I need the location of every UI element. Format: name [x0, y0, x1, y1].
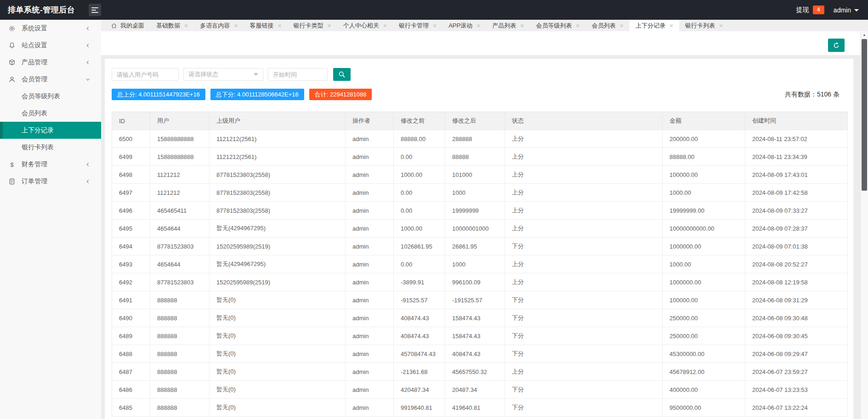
tab-label: 我的桌面 [120, 22, 144, 30]
user-icon [8, 76, 16, 83]
sidebar-item-label: 产品管理 [22, 58, 47, 67]
table-cell: 6494 [112, 238, 150, 255]
close-icon[interactable]: × [477, 23, 480, 29]
close-icon[interactable]: × [620, 23, 624, 29]
sidebar-item-label: 站点设置 [22, 41, 47, 50]
tab[interactable]: 上下分记录× [630, 20, 679, 31]
close-icon[interactable]: × [576, 23, 580, 29]
table-cell: 1121212(2561) [210, 148, 346, 166]
sidebar-item[interactable]: 产品管理 [0, 54, 101, 71]
scroll-up-arrow-icon[interactable]: ▲ [861, 31, 868, 39]
table-cell: admin [346, 184, 394, 202]
table-cell: 暂无(4294967295) [210, 255, 346, 273]
close-icon[interactable]: × [234, 23, 238, 29]
table-row: 6490888888暂无(0)admin408474.43158474.43下分… [112, 309, 848, 327]
tab[interactable]: 基础数据× [150, 20, 194, 31]
table-cell: 101000 [445, 166, 505, 184]
sidebar-item[interactable]: 站点设置 [0, 37, 101, 54]
close-icon[interactable]: × [719, 23, 723, 29]
close-icon[interactable]: × [328, 23, 331, 29]
close-icon[interactable]: × [669, 23, 673, 29]
table-cell: 1026861.95 [394, 238, 445, 255]
tab[interactable]: 客服链接× [244, 20, 287, 31]
tab[interactable]: 会员等级列表× [530, 20, 586, 31]
refresh-icon [833, 42, 840, 49]
table-cell: 45300000.00 [663, 345, 745, 363]
sidebar-subitem[interactable]: 会员等级列表 [0, 88, 101, 105]
table-cell: admin [346, 363, 394, 381]
table-cell: 15202595989(2519) [210, 238, 346, 255]
user-search-input[interactable] [112, 68, 179, 81]
sidebar-item[interactable]: 会员管理 [0, 71, 101, 88]
start-date-input[interactable] [268, 68, 328, 81]
tab-label: 多语言内容 [200, 22, 230, 30]
tab[interactable]: 银行卡类型× [288, 20, 337, 31]
table-cell: 暂无(0) [210, 327, 346, 345]
table-cell: 下分 [505, 381, 663, 399]
sidebar-subitem[interactable]: 银行卡列表 [0, 139, 101, 156]
close-icon[interactable]: × [520, 23, 524, 29]
table-cell: admin [346, 238, 394, 255]
withdraw-menu[interactable]: 提现 4 [796, 6, 824, 14]
order-icon [8, 178, 16, 185]
table-row: 6497112121287781523803(2558)admin0.00100… [112, 184, 848, 202]
column-header: 创建时间 [745, 112, 848, 130]
tab[interactable]: 产品列表× [486, 20, 530, 31]
table-cell: 0.00 [394, 202, 445, 220]
menu-icon [91, 7, 98, 8]
table-cell: 158474.43 [445, 309, 505, 327]
close-icon[interactable]: × [383, 23, 387, 29]
table-cell: 2024-06-08 09:30:48 [745, 309, 848, 327]
table-cell: 6500 [112, 130, 150, 148]
sidebar-item-label: 订单管理 [22, 177, 47, 186]
tab[interactable]: 银行卡管理× [393, 20, 443, 31]
table-cell: 2024-06-07 23:59:27 [745, 363, 848, 381]
sidebar-item[interactable]: $财务管理 [0, 156, 101, 173]
sidebar-subitem[interactable]: 会员列表 [0, 105, 101, 122]
sidebar-item[interactable]: 系统设置 [0, 20, 101, 37]
menu-toggle-button[interactable] [89, 4, 101, 16]
refresh-button[interactable] [828, 39, 845, 52]
status-select[interactable]: 请选择状态 [183, 68, 263, 81]
tab[interactable]: 银行卡列表× [679, 20, 729, 31]
table-cell: 2024-06-08 09:29:47 [745, 345, 848, 363]
table-cell: 88888.00 [394, 130, 445, 148]
table-cell: 15888888888 [150, 130, 210, 148]
scrollbar-thumb[interactable] [862, 39, 867, 191]
table-cell: 4654644 [150, 255, 210, 273]
tab[interactable]: APP滚动× [443, 20, 486, 31]
table-cell: 6493 [112, 255, 150, 273]
tab[interactable]: 个人中心相关× [337, 20, 393, 31]
withdraw-label: 提现 [796, 6, 809, 14]
table-cell: 1121212 [150, 184, 210, 202]
close-icon[interactable]: × [184, 23, 188, 29]
table-cell: 1000.00 [394, 166, 445, 184]
tab-label: 客服链接 [250, 22, 273, 30]
close-icon[interactable]: × [278, 23, 281, 29]
table-cell: 上分 [505, 363, 663, 381]
tab[interactable]: 会员列表× [586, 20, 630, 31]
user-menu[interactable]: admin [834, 6, 859, 14]
table-cell: 6487 [112, 363, 150, 381]
table-row: 6485888888暂无(0)admin9919640.81419640.81下… [112, 399, 848, 417]
tab[interactable]: 多语言内容× [194, 20, 244, 31]
table-cell: 419640.81 [445, 399, 505, 417]
table-cell: 2024-06-08 09:31:29 [745, 291, 848, 309]
table-cell: admin [346, 255, 394, 273]
vertical-scrollbar[interactable]: ▲ [860, 31, 868, 419]
table-cell: admin [346, 309, 394, 327]
table-cell: 6496 [112, 202, 150, 220]
sidebar-subitem[interactable]: 上下分记录 [0, 122, 101, 139]
close-icon[interactable]: × [433, 23, 437, 29]
sidebar-item[interactable]: 订单管理 [0, 173, 101, 190]
table-cell: 下分 [505, 238, 663, 255]
tab-label: 基础数据 [156, 22, 180, 30]
tab[interactable]: 我的桌面 [105, 20, 150, 31]
table-cell: 408474.43 [394, 309, 445, 327]
username: admin [834, 6, 851, 14]
search-button[interactable] [333, 68, 351, 81]
content-panel: 请选择状态 总上分: 4.0011151447923E+16 总下分: 4.00… [105, 59, 853, 419]
tab-label: 会员等级列表 [536, 22, 572, 30]
table-cell: 0.00 [394, 184, 445, 202]
chevron-left-icon [85, 59, 91, 66]
